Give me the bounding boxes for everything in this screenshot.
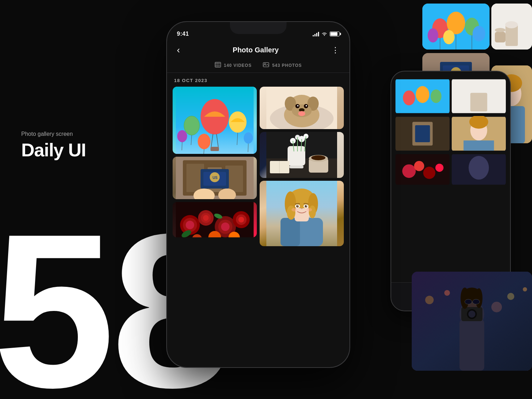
photo-icon	[263, 62, 269, 69]
svg-point-54	[425, 296, 434, 304]
back-photo-row-2	[395, 116, 506, 151]
svg-point-162	[309, 206, 316, 218]
svg-point-114	[221, 222, 230, 231]
back-photo-cell-2	[452, 79, 506, 114]
svg-point-30	[403, 91, 415, 105]
svg-point-111	[203, 215, 209, 221]
status-time: 9:41	[177, 31, 189, 37]
svg-point-66	[461, 288, 469, 309]
camera-person-photo	[412, 272, 532, 371]
wifi-icon	[321, 31, 328, 36]
photo-cell-dog[interactable]	[260, 87, 344, 129]
back-photo-row-3	[395, 154, 506, 185]
tab-videos[interactable]: 140 VIDEOS	[215, 62, 252, 69]
page-subtitle: Photo gallery screen	[21, 131, 86, 137]
svg-point-161	[287, 206, 295, 220]
svg-point-135	[298, 111, 305, 116]
page-title: Daily UI	[21, 139, 86, 161]
svg-point-68	[465, 299, 472, 304]
photo-cell-roses[interactable]	[173, 202, 257, 237]
videos-count: 140 VIDEOS	[224, 63, 252, 68]
navigation-bar: ‹ Photo Gallery ⋮	[167, 42, 349, 58]
svg-point-58	[491, 302, 502, 312]
svg-point-117	[238, 217, 244, 222]
svg-point-48	[435, 164, 444, 172]
signal-icon	[313, 31, 319, 36]
svg-rect-139	[289, 166, 303, 168]
photo-cell-flowers-vase[interactable]	[260, 132, 344, 178]
svg-point-108	[186, 221, 194, 229]
tab-photos[interactable]: 543 PHOTOS	[263, 62, 302, 69]
svg-point-12	[505, 21, 518, 28]
photo-column-left: US	[173, 87, 257, 246]
back-button[interactable]: ‹	[177, 45, 180, 56]
back-photo-row-1	[395, 79, 506, 114]
photo-content[interactable]: 18 OCT 2023	[167, 73, 349, 367]
back-photo-cell-6	[452, 154, 506, 185]
photo-cell-passport[interactable]: US	[173, 157, 257, 199]
svg-point-32	[430, 89, 441, 103]
svg-point-166	[305, 205, 307, 208]
more-button[interactable]: ⋮	[331, 46, 340, 55]
gallery-title: Photo Gallery	[233, 46, 279, 54]
back-photo-cell-1	[395, 79, 450, 114]
back-photo-cell-4	[452, 116, 506, 151]
svg-point-167	[297, 206, 298, 206]
photos-count: 543 PHOTOS	[272, 63, 302, 68]
svg-rect-138	[288, 146, 305, 166]
bg-photo-flowers	[491, 4, 532, 50]
svg-point-169	[291, 208, 297, 212]
svg-point-31	[416, 86, 429, 103]
svg-point-133	[306, 105, 307, 106]
photo-cell-balloons[interactable]	[173, 87, 257, 154]
signal-bar-3	[316, 33, 317, 36]
signal-bar-2	[314, 34, 316, 36]
svg-rect-70	[215, 62, 221, 67]
back-photo-cell-5	[395, 154, 450, 185]
svg-rect-34	[470, 93, 487, 111]
battery-tip	[340, 33, 341, 35]
svg-point-55	[444, 290, 450, 296]
svg-point-132	[297, 105, 299, 106]
svg-text:US: US	[213, 176, 218, 180]
left-label-container: Photo gallery screen Daily UI	[21, 131, 86, 161]
back-photo-grid	[391, 71, 510, 185]
svg-rect-43	[463, 140, 494, 151]
svg-rect-82	[210, 147, 219, 151]
main-phone: 9:41	[166, 21, 350, 368]
svg-point-168	[306, 206, 307, 206]
tab-bar: 140 VIDEOS 543 PHOTOS	[167, 58, 349, 73]
svg-point-170	[306, 208, 312, 212]
date-label: 18 OCT 2023	[167, 73, 349, 87]
svg-point-92	[198, 134, 210, 149]
status-icons	[313, 31, 340, 36]
svg-rect-38	[415, 125, 430, 142]
svg-point-17	[495, 28, 505, 32]
svg-point-67	[475, 288, 482, 308]
svg-point-47	[423, 167, 435, 179]
svg-point-69	[473, 299, 480, 304]
svg-point-165	[296, 205, 299, 208]
svg-point-5	[473, 26, 485, 41]
svg-rect-16	[495, 32, 505, 42]
svg-point-150	[311, 155, 325, 160]
photo-column-right	[260, 87, 344, 246]
signal-bar-4	[318, 32, 319, 36]
battery-fill	[330, 32, 337, 36]
svg-point-46	[414, 161, 424, 171]
svg-rect-61	[459, 319, 484, 371]
svg-point-50	[469, 156, 489, 180]
phone-screen: 9:41	[167, 22, 349, 367]
svg-point-6	[443, 30, 455, 44]
back-photo-cell-3	[395, 116, 450, 151]
phone-frame: 9:41	[166, 21, 350, 368]
battery-icon	[330, 31, 340, 36]
photo-cell-portrait[interactable]	[260, 181, 344, 246]
svg-point-64	[468, 311, 475, 318]
svg-point-56	[507, 293, 514, 300]
svg-rect-155	[281, 218, 300, 246]
video-icon	[215, 62, 221, 69]
svg-point-4	[428, 28, 438, 42]
phone-notch	[230, 22, 287, 34]
svg-point-90	[244, 132, 253, 144]
